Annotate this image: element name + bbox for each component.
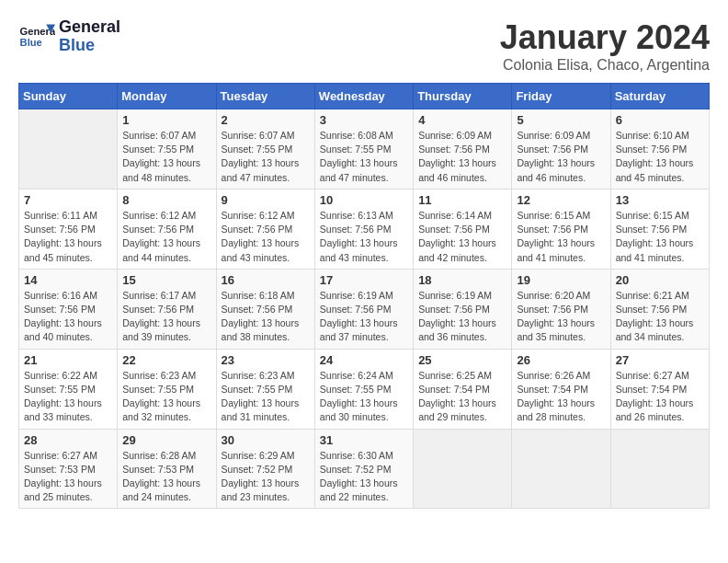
calendar-cell: 10Sunrise: 6:13 AM Sunset: 7:56 PM Dayli…: [314, 189, 413, 269]
day-number: 1: [122, 113, 210, 127]
calendar-table: SundayMondayTuesdayWednesdayThursdayFrid…: [18, 83, 710, 509]
calendar-cell: 22Sunrise: 6:23 AM Sunset: 7:55 PM Dayli…: [118, 349, 216, 429]
calendar-cell: 26Sunrise: 6:26 AM Sunset: 7:54 PM Dayli…: [512, 349, 610, 429]
calendar-cell: 5Sunrise: 6:09 AM Sunset: 7:56 PM Daylig…: [512, 109, 610, 190]
logo-general: General: [59, 18, 120, 37]
day-number: 14: [24, 273, 112, 287]
day-info: Sunrise: 6:11 AM Sunset: 7:56 PM Dayligh…: [24, 209, 112, 265]
day-info: Sunrise: 6:14 AM Sunset: 7:56 PM Dayligh…: [418, 209, 506, 265]
day-number: 7: [24, 193, 112, 207]
day-info: Sunrise: 6:12 AM Sunset: 7:56 PM Dayligh…: [122, 209, 210, 265]
title-block: January 2024 Colonia Elisa, Chaco, Argen…: [500, 18, 710, 74]
day-number: 17: [320, 273, 408, 287]
page-header: General Blue General Blue January 2024 C…: [18, 18, 710, 74]
column-header-friday: Friday: [512, 84, 610, 109]
calendar-header-row: SundayMondayTuesdayWednesdayThursdayFrid…: [19, 84, 710, 109]
logo-text: General Blue: [59, 18, 120, 55]
day-number: 4: [418, 113, 506, 127]
column-header-monday: Monday: [118, 84, 216, 109]
day-info: Sunrise: 6:19 AM Sunset: 7:56 PM Dayligh…: [320, 289, 408, 345]
day-number: 12: [517, 193, 605, 207]
day-number: 11: [418, 193, 506, 207]
day-number: 22: [122, 353, 210, 367]
svg-text:Blue: Blue: [20, 37, 42, 48]
day-number: 16: [222, 273, 310, 287]
calendar-cell: 29Sunrise: 6:28 AM Sunset: 7:53 PM Dayli…: [118, 429, 216, 509]
calendar-cell: 24Sunrise: 6:24 AM Sunset: 7:55 PM Dayli…: [314, 349, 413, 429]
calendar-title: January 2024: [500, 18, 710, 57]
day-number: 26: [517, 353, 605, 367]
calendar-week-row: 14Sunrise: 6:16 AM Sunset: 7:56 PM Dayli…: [19, 269, 710, 349]
day-number: 8: [122, 193, 210, 207]
day-number: 23: [222, 353, 310, 367]
calendar-cell: 16Sunrise: 6:18 AM Sunset: 7:56 PM Dayli…: [216, 269, 314, 349]
calendar-cell: [19, 109, 118, 190]
calendar-cell: 31Sunrise: 6:30 AM Sunset: 7:52 PM Dayli…: [314, 429, 413, 509]
calendar-cell: [512, 429, 610, 509]
logo: General Blue General Blue: [18, 18, 120, 55]
day-number: 18: [418, 273, 506, 287]
day-info: Sunrise: 6:27 AM Sunset: 7:53 PM Dayligh…: [24, 449, 112, 505]
day-number: 25: [418, 353, 506, 367]
calendar-cell: 6Sunrise: 6:10 AM Sunset: 7:56 PM Daylig…: [610, 109, 709, 190]
calendar-cell: [610, 429, 709, 509]
day-info: Sunrise: 6:27 AM Sunset: 7:54 PM Dayligh…: [616, 369, 704, 425]
calendar-cell: [414, 429, 512, 509]
day-number: 19: [517, 273, 605, 287]
calendar-cell: 2Sunrise: 6:07 AM Sunset: 7:55 PM Daylig…: [216, 109, 314, 190]
calendar-cell: 9Sunrise: 6:12 AM Sunset: 7:56 PM Daylig…: [216, 189, 314, 269]
day-info: Sunrise: 6:29 AM Sunset: 7:52 PM Dayligh…: [222, 449, 310, 505]
day-number: 29: [122, 433, 210, 447]
day-number: 9: [222, 193, 310, 207]
day-number: 31: [320, 433, 408, 447]
calendar-cell: 30Sunrise: 6:29 AM Sunset: 7:52 PM Dayli…: [216, 429, 314, 509]
calendar-cell: 27Sunrise: 6:27 AM Sunset: 7:54 PM Dayli…: [610, 349, 709, 429]
day-info: Sunrise: 6:24 AM Sunset: 7:55 PM Dayligh…: [320, 369, 408, 425]
logo-blue: Blue: [59, 37, 120, 55]
day-info: Sunrise: 6:23 AM Sunset: 7:55 PM Dayligh…: [122, 369, 210, 425]
day-info: Sunrise: 6:23 AM Sunset: 7:55 PM Dayligh…: [222, 369, 310, 425]
day-info: Sunrise: 6:17 AM Sunset: 7:56 PM Dayligh…: [122, 289, 210, 345]
day-number: 3: [320, 113, 408, 127]
day-info: Sunrise: 6:18 AM Sunset: 7:56 PM Dayligh…: [222, 289, 310, 345]
day-number: 28: [24, 433, 112, 447]
day-info: Sunrise: 6:12 AM Sunset: 7:56 PM Dayligh…: [222, 209, 310, 265]
day-info: Sunrise: 6:15 AM Sunset: 7:56 PM Dayligh…: [616, 209, 704, 265]
day-info: Sunrise: 6:07 AM Sunset: 7:55 PM Dayligh…: [122, 129, 210, 185]
calendar-cell: 23Sunrise: 6:23 AM Sunset: 7:55 PM Dayli…: [216, 349, 314, 429]
column-header-sunday: Sunday: [19, 84, 118, 109]
day-number: 30: [222, 433, 310, 447]
day-number: 5: [517, 113, 605, 127]
day-number: 20: [616, 273, 704, 287]
day-info: Sunrise: 6:16 AM Sunset: 7:56 PM Dayligh…: [24, 289, 112, 345]
calendar-cell: 28Sunrise: 6:27 AM Sunset: 7:53 PM Dayli…: [19, 429, 118, 509]
day-number: 13: [616, 193, 704, 207]
day-number: 24: [320, 353, 408, 367]
calendar-cell: 19Sunrise: 6:20 AM Sunset: 7:56 PM Dayli…: [512, 269, 610, 349]
calendar-cell: 1Sunrise: 6:07 AM Sunset: 7:55 PM Daylig…: [118, 109, 216, 190]
calendar-cell: 13Sunrise: 6:15 AM Sunset: 7:56 PM Dayli…: [610, 189, 709, 269]
day-number: 15: [122, 273, 210, 287]
day-number: 10: [320, 193, 408, 207]
day-info: Sunrise: 6:26 AM Sunset: 7:54 PM Dayligh…: [517, 369, 605, 425]
calendar-cell: 20Sunrise: 6:21 AM Sunset: 7:56 PM Dayli…: [610, 269, 709, 349]
day-info: Sunrise: 6:09 AM Sunset: 7:56 PM Dayligh…: [418, 129, 506, 185]
calendar-cell: 12Sunrise: 6:15 AM Sunset: 7:56 PM Dayli…: [512, 189, 610, 269]
column-header-tuesday: Tuesday: [216, 84, 314, 109]
calendar-cell: 7Sunrise: 6:11 AM Sunset: 7:56 PM Daylig…: [19, 189, 118, 269]
day-info: Sunrise: 6:21 AM Sunset: 7:56 PM Dayligh…: [616, 289, 704, 345]
calendar-cell: 14Sunrise: 6:16 AM Sunset: 7:56 PM Dayli…: [19, 269, 118, 349]
day-number: 2: [222, 113, 310, 127]
calendar-cell: 4Sunrise: 6:09 AM Sunset: 7:56 PM Daylig…: [414, 109, 512, 190]
calendar-cell: 21Sunrise: 6:22 AM Sunset: 7:55 PM Dayli…: [19, 349, 118, 429]
calendar-week-row: 21Sunrise: 6:22 AM Sunset: 7:55 PM Dayli…: [19, 349, 710, 429]
day-info: Sunrise: 6:19 AM Sunset: 7:56 PM Dayligh…: [418, 289, 506, 345]
column-header-thursday: Thursday: [414, 84, 512, 109]
column-header-saturday: Saturday: [610, 84, 709, 109]
day-info: Sunrise: 6:25 AM Sunset: 7:54 PM Dayligh…: [418, 369, 506, 425]
calendar-cell: 8Sunrise: 6:12 AM Sunset: 7:56 PM Daylig…: [118, 189, 216, 269]
calendar-cell: 15Sunrise: 6:17 AM Sunset: 7:56 PM Dayli…: [118, 269, 216, 349]
day-info: Sunrise: 6:08 AM Sunset: 7:55 PM Dayligh…: [320, 129, 408, 185]
day-number: 27: [616, 353, 704, 367]
calendar-cell: 11Sunrise: 6:14 AM Sunset: 7:56 PM Dayli…: [414, 189, 512, 269]
